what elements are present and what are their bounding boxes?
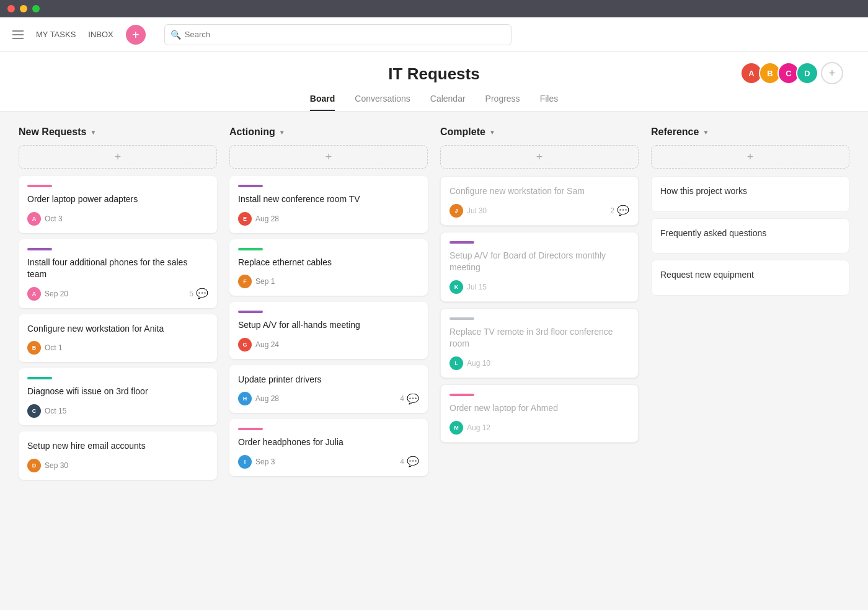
card-title-ac5: Order headphones for Julia <box>238 436 419 449</box>
card-meta-nr5: D Sep 30 <box>27 459 208 472</box>
tab-progress[interactable]: Progress <box>485 94 520 111</box>
card-date-nr3: Oct 1 <box>45 343 63 352</box>
card-comments-cp1: 2 💬 <box>610 205 629 216</box>
card-avatar-nr3: B <box>27 341 41 355</box>
card-date-cp4: Aug 12 <box>467 423 490 432</box>
traffic-light-green[interactable] <box>32 5 40 12</box>
card-date-ac2: Sep 1 <box>255 277 275 286</box>
column-header-actioning: Actioning ▼ <box>229 126 428 138</box>
card-date-nr5: Sep 30 <box>45 461 68 470</box>
comment-count-ac4: 4 <box>400 394 404 403</box>
card-title-ac3: Setup A/V for all-hands meeting <box>238 319 419 332</box>
tab-files[interactable]: Files <box>540 94 559 111</box>
card-rf1[interactable]: How this project works <box>651 176 849 212</box>
board: New Requests ▼ + Order laptop power adap… <box>0 112 868 595</box>
search-bar: 🔍 <box>164 24 512 45</box>
traffic-light-yellow[interactable] <box>20 5 27 12</box>
column-title-actioning: Actioning <box>229 126 275 138</box>
card-ac4: Update printer drivers H Aug 28 4 💬 <box>229 365 428 413</box>
card-title-cp4: Order new laptop for Ahmed <box>450 402 629 415</box>
card-date-cp3: Aug 10 <box>467 359 490 368</box>
add-task-actioning[interactable]: + <box>229 145 428 169</box>
traffic-light-red[interactable] <box>7 5 15 12</box>
column-chevron-actioning[interactable]: ▼ <box>279 129 285 136</box>
add-task-new-requests[interactable]: + <box>19 145 217 169</box>
card-meta-nr4: C Oct 15 <box>27 404 208 418</box>
card-title-nr1: Order laptop power adapters <box>27 193 208 206</box>
card-meta-ac3: G Aug 24 <box>238 338 419 351</box>
column-new-requests: New Requests ▼ + Order laptop power adap… <box>19 126 217 580</box>
card-avatar-cp3: L <box>450 356 463 370</box>
card-cp2: Setup A/V for Board of Directors monthly… <box>440 232 639 302</box>
card-rf2[interactable]: Frequently asked questions <box>651 218 849 254</box>
card-avatar-ac1: E <box>238 212 252 226</box>
comment-bubble-ac5: 💬 <box>407 456 419 467</box>
card-title-ac4: Update printer drivers <box>238 374 419 386</box>
card-date-ac1: Aug 28 <box>255 214 279 223</box>
project-header: A B C D + IT Requests Board Conversation… <box>0 52 868 112</box>
column-title-new-requests: New Requests <box>19 126 86 138</box>
card-avatar-nr2: A <box>27 287 41 301</box>
card-date-ac5: Sep 3 <box>255 457 275 466</box>
column-chevron-complete[interactable]: ▼ <box>489 129 495 136</box>
card-title-ac1: Install new conference room TV <box>238 193 419 206</box>
search-input[interactable] <box>164 24 512 45</box>
card-title-nr3: Configure new workstation for Anita <box>27 323 208 335</box>
column-header-reference: Reference ▼ <box>651 126 849 138</box>
card-date-nr1: Oct 3 <box>45 214 63 223</box>
card-title-cp2: Setup A/V for Board of Directors monthly… <box>450 250 629 274</box>
card-title-cp1: Configure new workstation for Sam <box>450 185 629 198</box>
card-meta-ac5: I Sep 3 4 💬 <box>238 455 419 469</box>
card-nr2: Install four additional phones for the s… <box>19 239 217 308</box>
card-nr3: Configure new workstation for Anita B Oc… <box>19 314 217 363</box>
card-title-nr4: Diagnose wifi issue on 3rd floor <box>27 386 208 398</box>
project-tabs: Board Conversations Calendar Progress Fi… <box>0 94 868 111</box>
card-rf3[interactable]: Request new equipment <box>651 260 849 296</box>
tab-board[interactable]: Board <box>310 94 335 111</box>
card-ac1: Install new conference room TV E Aug 28 <box>229 176 428 233</box>
card-avatar-ac4: H <box>238 392 252 405</box>
card-avatar-nr5: D <box>27 459 41 472</box>
hamburger-icon[interactable] <box>12 30 24 39</box>
comment-count-ac5: 4 <box>400 457 404 466</box>
card-title-rf1: How this project works <box>660 185 840 198</box>
card-meta-ac4: H Aug 28 4 💬 <box>238 392 419 405</box>
add-member-button[interactable]: + <box>821 62 843 84</box>
card-tag-ac2 <box>238 248 263 250</box>
column-chevron-reference[interactable]: ▼ <box>702 129 709 136</box>
card-tag-ac5 <box>238 428 263 430</box>
card-ac2: Replace ethernet cables F Sep 1 <box>229 239 428 296</box>
card-meta-cp2: K Jul 15 <box>450 280 629 294</box>
search-icon: 🔍 <box>170 30 181 40</box>
card-date-nr2: Sep 20 <box>45 290 68 298</box>
column-chevron-new-requests[interactable]: ▼ <box>90 129 96 136</box>
add-task-reference[interactable]: + <box>651 145 849 169</box>
card-meta-ac2: F Sep 1 <box>238 275 419 288</box>
card-meta-cp1: J Jul 30 2 💬 <box>450 204 629 218</box>
add-task-complete[interactable]: + <box>440 145 639 169</box>
card-avatar-cp2: K <box>450 280 463 294</box>
card-tag-ac3 <box>238 311 263 313</box>
nav-my-tasks[interactable]: MY TASKS <box>36 30 76 39</box>
card-avatar-ac5: I <box>238 455 252 469</box>
card-tag-cp3 <box>450 317 474 320</box>
card-tag-nr1 <box>27 185 52 187</box>
tab-conversations[interactable]: Conversations <box>355 94 410 111</box>
column-header-complete: Complete ▼ <box>440 126 639 138</box>
comment-bubble-ac4: 💬 <box>407 393 419 405</box>
card-meta-nr1: A Oct 3 <box>27 212 208 226</box>
card-ac3: Setup A/V for all-hands meeting G Aug 24 <box>229 302 428 359</box>
tab-calendar[interactable]: Calendar <box>430 94 466 111</box>
card-date-cp1: Jul 30 <box>467 206 487 215</box>
card-avatar-cp4: M <box>450 421 463 435</box>
column-title-complete: Complete <box>440 126 485 138</box>
column-complete: Complete ▼ + Configure new workstation f… <box>440 126 639 580</box>
add-button[interactable]: + <box>126 25 146 45</box>
card-meta-nr3: B Oct 1 <box>27 341 208 355</box>
card-cp4: Order new laptop for Ahmed M Aug 12 <box>440 384 639 443</box>
nav-inbox[interactable]: INBOX <box>88 30 113 39</box>
card-date-cp2: Jul 15 <box>467 283 487 291</box>
card-title-nr5: Setup new hire email accounts <box>27 440 208 453</box>
card-cp1: Configure new workstation for Sam J Jul … <box>440 176 639 226</box>
column-header-new-requests: New Requests ▼ <box>19 126 217 138</box>
